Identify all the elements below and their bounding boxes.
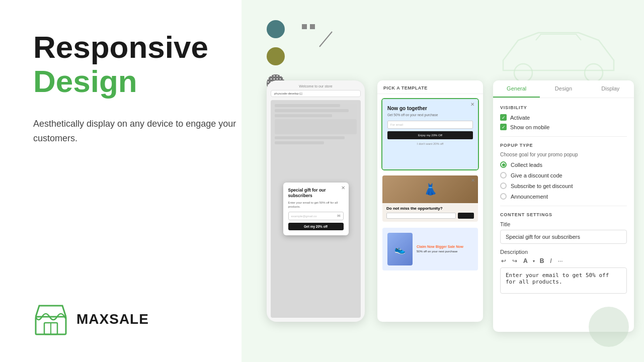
phone-popup-description: Enter your email to get 50% off for all … (288, 201, 344, 209)
radio-row-subscribe-discount[interactable]: Subscribe to get discount (500, 183, 627, 189)
svg-line-5 (319, 32, 332, 47)
tmpl-card-1-title: Now go together (387, 105, 473, 112)
radio-row-announcement[interactable]: Announcement (500, 193, 627, 200)
popup-type-radio-group: Collect leads Give a discount code Subsc… (500, 161, 627, 200)
popup-type-description: Choose goal for your promo popup (500, 152, 627, 157)
show-mobile-checkbox[interactable] (500, 124, 507, 130)
tab-design[interactable]: Design (540, 80, 587, 98)
deco-square-2 (310, 24, 315, 29)
headline-design: Design (33, 64, 245, 99)
tmpl-card-2-close-icon[interactable]: ✕ (471, 177, 475, 183)
content-settings-title: CONTENT SETTINGS (500, 212, 627, 217)
tmpl-card-3-text: Claim Now Bigger Sale Now 50% off on you… (417, 245, 473, 254)
tmpl-card-3-title: Claim Now Bigger Sale Now (417, 245, 473, 248)
redo-button[interactable]: ↪ (511, 257, 518, 264)
tmpl-card-1-input-mock: For email (387, 121, 473, 129)
radio-collect-leads[interactable] (500, 161, 507, 168)
tmpl-card-2-button-mock (458, 213, 474, 219)
deco-circle-bottom-right (589, 307, 629, 347)
radio-announcement-label: Announcement (511, 194, 548, 200)
text-color-chevron: ▾ (533, 259, 535, 263)
product-icon: 👟 (394, 244, 406, 255)
radio-discount-code[interactable] (500, 172, 507, 178)
tmpl-card-1-close-icon[interactable]: ✕ (470, 102, 474, 107)
settings-panel: General Design Display VISIBILITY Activa… (493, 80, 634, 332)
left-section: Responsive Design Aesthetically display … (33, 30, 245, 146)
deco-line (317, 29, 337, 51)
logo-area: MAXSALE (33, 302, 149, 337)
description-field-label: Description (500, 249, 627, 255)
subtext: Aesthetically display on any device to e… (33, 117, 245, 146)
popup-type-section-title: POPUP TYPE (500, 143, 627, 148)
tab-general[interactable]: General (493, 80, 540, 98)
divider-2 (500, 206, 627, 206)
phone-popup-input-placeholder: example@gmail.co (291, 215, 317, 218)
tmpl-card-2-input-mock (386, 213, 456, 219)
tmpl-card-2-image: 👗 (382, 175, 478, 203)
email-icon: ✉ (337, 214, 341, 218)
deco-squares (302, 24, 315, 29)
title-field-input[interactable] (500, 230, 627, 244)
divider-1 (500, 136, 627, 137)
phone-popup-input[interactable]: example@gmail.co ✉ (288, 212, 344, 220)
template-panel-content: ✕ Now go together Get 50% off on your ne… (377, 94, 483, 319)
radio-subscribe-discount-label: Subscribe to get discount (511, 183, 573, 189)
tmpl-card-1-subtitle: Get 50% off on your next purchase (387, 113, 473, 117)
template-panel: PICK A TEMPLATE ✕ Now go together Get 50… (377, 80, 483, 322)
tmpl-card-3-subtitle: 50% off on your next purchase (417, 250, 473, 254)
more-options-button[interactable]: ··· (557, 257, 564, 264)
phone-popup-title: Special gift for our subscribers (288, 188, 344, 199)
radio-row-discount-code[interactable]: Give a discount code (500, 172, 627, 178)
headline-responsive: Responsive (33, 30, 245, 64)
svg-point-4 (585, 64, 603, 82)
tmpl-card-1-button-mock: Enjoy my 20% Off (387, 131, 473, 139)
tmpl-card-1-button-label: Enjoy my 20% Off (418, 134, 442, 137)
activate-label: Activate (510, 115, 530, 121)
tmpl-card-3-image: 👟 (387, 233, 413, 265)
radio-announcement[interactable] (500, 193, 507, 200)
activate-checkbox[interactable] (500, 114, 507, 121)
radio-row-collect-leads[interactable]: Collect leads (500, 161, 627, 168)
settings-tabs: General Design Display (493, 80, 634, 98)
dot-teal (267, 20, 285, 38)
text-color-button[interactable]: A (522, 257, 529, 264)
title-field-label: Title (500, 221, 627, 227)
show-mobile-label: Show on mobile (510, 124, 549, 130)
phone-content-area: ✕ Special gift for our subscribers Enter… (271, 100, 361, 318)
tmpl-card-2-input-row (386, 213, 474, 219)
template-card-2[interactable]: ✕ 👗 Do not miss the opportunity? (381, 174, 479, 223)
activate-row: Activate (500, 114, 627, 121)
tmpl-card-1-footer: I don't want 20% off (387, 142, 473, 145)
phone-store-header: Welcome to our store (299, 84, 332, 88)
deco-square-1 (302, 24, 307, 29)
radio-collect-leads-label: Collect leads (511, 162, 542, 168)
italic-button[interactable]: I (549, 257, 552, 264)
dot-olive (267, 47, 285, 65)
store-icon (33, 302, 68, 337)
tmpl-card-2-body: Do not miss the opportunity? (382, 203, 478, 222)
template-card-3[interactable]: 👟 Claim Now Bigger Sale Now 50% off on y… (381, 227, 479, 272)
phone-url-bar: physcode-develop-[.] (271, 90, 361, 97)
tmpl-card-2-title: Do not miss the opportunity? (386, 206, 474, 211)
description-textarea[interactable]: Enter your email to get 50% off for all … (500, 267, 627, 294)
tab-display[interactable]: Display (587, 80, 634, 98)
radio-discount-code-label: Give a discount code (511, 172, 562, 178)
tmpl-card-1-input-label: For email (390, 123, 403, 126)
bold-button[interactable]: B (539, 257, 545, 264)
clothing-icon: 👗 (424, 183, 437, 196)
visibility-section-title: VISIBILITY (500, 105, 627, 110)
show-mobile-row: Show on mobile (500, 124, 627, 130)
phone-popup-close-icon[interactable]: ✕ (341, 185, 345, 191)
phone-popup-button[interactable]: Get my 20% off (288, 223, 344, 230)
template-card-1[interactable]: ✕ Now go together Get 50% off on your ne… (381, 98, 479, 170)
phone-mockup: Welcome to our store physcode-develop-[.… (267, 80, 365, 322)
phone-popup: ✕ Special gift for our subscribers Enter… (283, 183, 349, 236)
logo-text: MAXSALE (76, 311, 149, 327)
svg-point-3 (514, 64, 532, 82)
undo-button[interactable]: ↩ (500, 257, 507, 264)
settings-body: VISIBILITY Activate Show on mobile POPUP… (493, 98, 634, 329)
description-toolbar: ↩ ↪ A ▾ B I ··· (500, 257, 627, 264)
radio-subscribe-discount[interactable] (500, 183, 507, 189)
template-panel-header: PICK A TEMPLATE (377, 80, 483, 94)
right-background: Welcome to our store physcode-develop-[.… (242, 0, 644, 362)
